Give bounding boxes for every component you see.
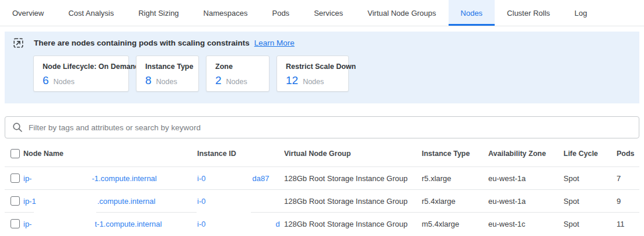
column-header-virtual-node-group[interactable]: Virtual Node Group [284,150,422,158]
node-name-link[interactable]: ip-t-1.compute.internal [23,220,162,228]
search-icon [12,122,23,133]
learn-more-link[interactable]: Learn More [254,39,295,47]
card-zone[interactable]: Zone 2 Nodes [206,55,270,92]
row-checkbox[interactable] [10,173,20,183]
tab-pods[interactable]: Pods [260,0,302,26]
scaling-constraints-banner: There are nodes containing pods with sca… [5,32,639,103]
tab-nodes[interactable]: Nodes [449,0,495,26]
tab-right-sizing[interactable]: Right Sizing [126,0,191,26]
tab-cost-analysis[interactable]: Cost Analysis [56,0,126,26]
card-title: Node Lifecycle: On Demand [43,63,120,71]
instance-type-cell: r5.4xlarge [422,197,488,206]
card-count: 8 [145,74,152,87]
card-count: 2 [215,74,222,87]
tab-log[interactable]: Log [562,0,600,26]
select-all-checkbox[interactable] [10,149,20,158]
card-count: 12 [286,74,298,87]
card-node-lifecycle[interactable]: Node Lifecycle: On Demand 6 Nodes [33,55,129,92]
row-checkbox[interactable] [10,196,20,206]
scaling-constraint-icon [13,38,23,48]
column-header-instance-id[interactable]: Instance ID [197,150,284,158]
table-header-row: Node Name Instance ID Virtual Node Group… [0,141,644,166]
card-instance-type[interactable]: Instance Type 8 Nodes [136,55,199,92]
filter-search-box[interactable] [5,116,639,138]
column-header-pods[interactable]: Pods [617,150,644,158]
node-name-link[interactable]: ip-1.compute.internal [23,197,155,206]
life-cycle-cell: Spot [564,197,617,206]
tab-services[interactable]: Services [302,0,355,26]
card-unit: Nodes [303,78,324,86]
tab-overview[interactable]: Overview [0,0,56,26]
pods-cell: 9 [617,197,644,206]
column-header-life-cycle[interactable]: Life Cycle [564,150,617,158]
instance-id-link[interactable]: i-0d [197,220,280,228]
card-unit: Nodes [54,78,75,86]
card-unit: Nodes [226,78,247,86]
card-title: Zone [215,63,260,71]
node-name-link[interactable]: ip--1.compute.internal [23,174,157,183]
availability-zone-cell: eu-west-1c [488,220,564,228]
card-count: 6 [43,74,49,87]
cluster-tab-bar: Overview Cost Analysis Right Sizing Name… [0,0,644,26]
filter-search-input[interactable] [29,123,632,132]
instance-type-cell: m5.4xlarge [422,220,488,228]
card-title: Restrict Scale Down [286,63,340,71]
life-cycle-cell: Spot [564,220,617,228]
tab-virtual-node-groups[interactable]: Virtual Node Groups [355,0,449,26]
table-row[interactable]: ip--1.compute.internal i-0da87 128Gb Roo… [0,167,644,189]
constraint-cards: Node Lifecycle: On Demand 6 Nodes Instan… [33,55,639,92]
tab-namespaces[interactable]: Namespaces [191,0,260,26]
column-header-node-name[interactable]: Node Name [23,150,197,158]
tab-cluster-rolls[interactable]: Cluster Rolls [495,0,562,26]
instance-id-link[interactable]: i-0 [197,197,205,206]
banner-message: There are nodes containing pods with sca… [34,39,250,47]
life-cycle-cell: Spot [564,174,617,183]
pods-cell: 7 [617,174,644,183]
table-divider [5,212,639,213]
column-header-instance-type[interactable]: Instance Type [422,150,488,158]
table-row[interactable]: ip-1.compute.internal i-0 128Gb Root Sto… [0,190,644,212]
availability-zone-cell: eu-west-1a [488,197,564,206]
card-restrict-scale-down[interactable]: Restrict Scale Down 12 Nodes [276,55,349,92]
card-title: Instance Type [145,63,190,71]
instance-type-cell: r5.xlarge [422,174,488,183]
row-checkbox[interactable] [10,219,20,228]
virtual-node-group-cell: 128Gb Root Storage Instance Group [284,174,422,183]
availability-zone-cell: eu-west-1a [488,174,564,183]
nodes-table: Node Name Instance ID Virtual Node Group… [0,141,644,235]
table-row[interactable]: ip-t-1.compute.internal i-0d 128Gb Root … [0,213,644,235]
instance-id-link[interactable]: i-0da87 [197,174,269,183]
virtual-node-group-cell: 128Gb Root Storage Instance Group [284,197,422,206]
virtual-node-group-cell: 128Gb Root Storage Instance Group [284,220,422,228]
column-header-availability-zone[interactable]: Availability Zone [488,150,564,158]
card-unit: Nodes [156,78,177,86]
pods-cell: 11 [617,220,644,228]
